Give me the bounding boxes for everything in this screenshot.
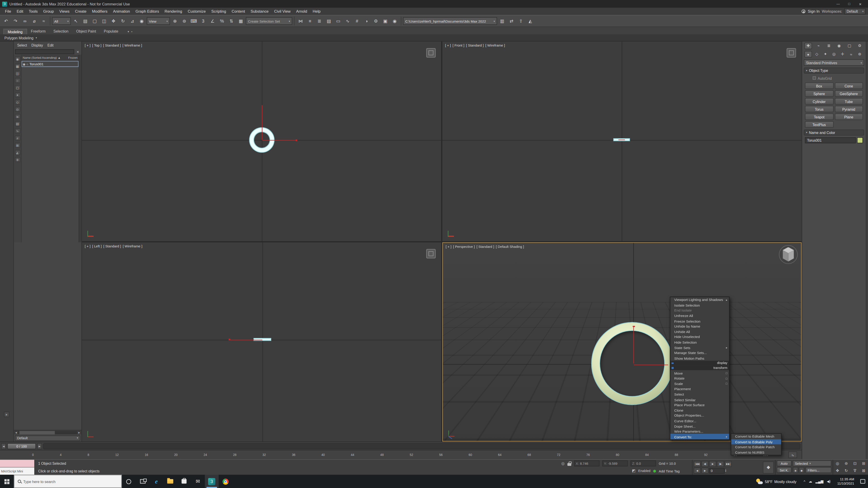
action-center-icon[interactable] (860, 479, 865, 484)
viewport-shading-label[interactable]: [ Wireframe ] (123, 244, 143, 248)
selection-filter-dropdown[interactable]: All ▾ (52, 17, 71, 25)
network-icon[interactable]: ▂▄▆ (815, 479, 824, 484)
gizmo-x-axis[interactable] (229, 339, 262, 340)
menu-item[interactable]: File (2, 9, 14, 13)
isolate-selection-toggle[interactable]: ◎ (561, 461, 565, 466)
scene-explorer-menu-item[interactable]: Select (15, 43, 29, 47)
zoom-extents-all-icon[interactable]: ⊞ (859, 460, 868, 467)
explorer-filter-icon[interactable]: ◭ (15, 150, 20, 155)
viewport-shading-label[interactable]: [ Default Shading ] (496, 244, 524, 248)
key-filters-icon[interactable]: ◆ (799, 467, 804, 473)
sign-in-button[interactable]: Sign In (808, 9, 819, 13)
explorer-filter-icon[interactable]: ○ (15, 78, 20, 83)
x-coordinate-field[interactable]: X: 8.746 (574, 460, 600, 466)
viewport-style-label[interactable]: [ Standard ] (476, 244, 494, 248)
bind-to-space-warp-icon[interactable]: ≈ (39, 17, 48, 25)
key-filters-button[interactable]: Filters... (805, 467, 831, 473)
play-icon[interactable]: ▶ (709, 461, 716, 467)
explorer-filter-icon[interactable]: ⊙ (15, 107, 20, 112)
quad-menu-item[interactable]: Hide Unselected (671, 334, 729, 339)
scene-explorer-row[interactable]: ◉ ○ Torus001 (22, 61, 79, 67)
scrollbar-thumb[interactable] (20, 431, 55, 434)
next-frame-button[interactable]: ▶ (37, 443, 42, 449)
torus-object[interactable] (254, 338, 271, 340)
primitive-button[interactable]: Tube (835, 98, 863, 104)
current-frame-field[interactable]: 0 (709, 468, 725, 473)
explorer-filter-icon[interactable]: # (15, 135, 20, 140)
zoom-extents-icon[interactable]: ⊡ (850, 460, 860, 467)
next-frame-icon[interactable]: |▶ (717, 461, 724, 467)
select-and-move-icon[interactable]: ✥ (109, 17, 118, 25)
time-slider-thumb[interactable]: 0 / 100 (7, 443, 36, 449)
quad-menu-item[interactable]: Move □ (671, 370, 729, 376)
task-view-button[interactable] (135, 475, 149, 488)
systems-category-icon[interactable]: ⊛ (856, 51, 864, 57)
quad-menu-item[interactable]: Unhide All (671, 329, 729, 334)
modify-tab-icon[interactable]: ⌁ (815, 43, 822, 49)
utilities-tab-icon[interactable]: ⚙ (856, 43, 864, 49)
helpers-category-icon[interactable]: ✛ (839, 51, 846, 57)
open-mini-curve-editor-button[interactable]: ∿ (788, 451, 797, 458)
toggle-ribbon-icon[interactable]: ▭ (334, 17, 343, 25)
quad-menu-item[interactable]: Clone (671, 408, 729, 413)
gizmo-y-axis[interactable] (262, 105, 262, 140)
convert-submenu-item[interactable]: Convert to NURBS (731, 450, 781, 455)
object-name-field[interactable]: Torus001 (805, 137, 856, 143)
viewport-shading-label[interactable]: [ Wireframe ] (123, 43, 142, 47)
convert-submenu-item[interactable]: Convert to Editable Patch (731, 445, 781, 450)
menu-item[interactable]: Help (310, 9, 323, 13)
edit-named-selection-sets-icon[interactable]: ▦ (237, 17, 245, 25)
undo-icon[interactable]: ↶ (2, 17, 10, 25)
ribbon-tab[interactable]: Freeform (27, 29, 50, 34)
previous-frame-icon[interactable]: ◀| (702, 461, 709, 467)
project-folder-dropdown[interactable]: C:\Users\zehler5_hprmail\Documents\3ds M… (403, 17, 497, 25)
primitive-button[interactable]: Sphere (805, 90, 833, 97)
frozen-column-header[interactable]: Frozen (68, 56, 78, 59)
maximize-viewport-icon[interactable]: ⊠ (859, 467, 868, 475)
primitive-button[interactable]: Plane (835, 113, 863, 120)
angle-snap-icon[interactable]: ∠ (208, 17, 217, 25)
shapes-category-icon[interactable]: ◇ (813, 51, 820, 57)
quad-menu-item[interactable]: Curve Editor... (671, 418, 729, 423)
selection-lock-toggle[interactable] (567, 463, 571, 466)
snaps-toggle-icon[interactable]: 3 (199, 17, 208, 25)
adaptive-degradation-icon[interactable]: ◩ (632, 469, 636, 473)
y-coordinate-field[interactable]: Y: -9.589 (602, 460, 628, 466)
keyboard-shortcut-override-icon[interactable]: ⌨ (189, 17, 198, 25)
align-icon[interactable]: ≡ (306, 17, 314, 25)
redo-icon[interactable]: ↷ (11, 17, 20, 25)
scroll-right-icon[interactable]: ▶ (77, 431, 81, 434)
select-and-scale-icon[interactable]: ⊿ (128, 17, 137, 25)
schematic-view-icon[interactable]: # (352, 17, 362, 25)
scrollbar-track[interactable] (18, 431, 77, 434)
cameras-category-icon[interactable]: ◎ (830, 51, 838, 57)
toggle-scene-explorer-icon[interactable]: ≣ (315, 17, 324, 25)
quad-menu-item[interactable]: Place Pivot Surface (671, 402, 729, 408)
scroll-left-icon[interactable]: ◀ (14, 431, 18, 434)
primitive-category-dropdown[interactable]: Standard Primitives ▾ (804, 59, 864, 66)
menu-item[interactable]: Tools (26, 9, 40, 13)
ribbon-tab[interactable]: Object Paint (72, 29, 100, 34)
ribbon-show-panels-icon[interactable]: ▾ (128, 30, 129, 33)
shared-views-icon[interactable]: ⇧ (517, 17, 525, 25)
key-mode-toggle-icon[interactable]: ◈ (793, 467, 798, 473)
chrome-button[interactable] (219, 475, 232, 488)
quad-menu-item[interactable]: Hide Selection (671, 339, 729, 345)
autogrid-checkbox[interactable] (813, 76, 816, 80)
volume-icon[interactable]: ◀) (827, 479, 831, 484)
listener-field[interactable]: MAXScript Mini (0, 467, 34, 475)
menu-item[interactable]: Customize (185, 9, 209, 13)
explorer-filter-icon[interactable]: ◇ (15, 100, 20, 105)
name-column-header[interactable]: Name (Sorted Ascending) ▲ (23, 56, 67, 59)
scene-explorer-menu-item[interactable]: Display (29, 43, 45, 47)
select-and-manipulate-icon[interactable]: ⊚ (180, 17, 189, 25)
mirror-icon[interactable]: ⋈ (296, 17, 305, 25)
3dsmax-taskbar-button[interactable]: 3 (205, 475, 219, 488)
visibility-eye-icon[interactable]: ◉ (23, 62, 25, 66)
quad-menu-item[interactable]: Unfreeze All (671, 313, 729, 318)
taskbar-search[interactable]: Type here to search (14, 475, 122, 488)
quad-menu-item[interactable]: Scale □ (671, 381, 729, 386)
viewport-left[interactable]: [ + ] [ Left ] [ Standard ] [ Wireframe … (82, 242, 441, 442)
motion-tab-icon[interactable]: ◉ (835, 43, 843, 49)
display-tab-icon[interactable]: ▢ (846, 43, 853, 49)
